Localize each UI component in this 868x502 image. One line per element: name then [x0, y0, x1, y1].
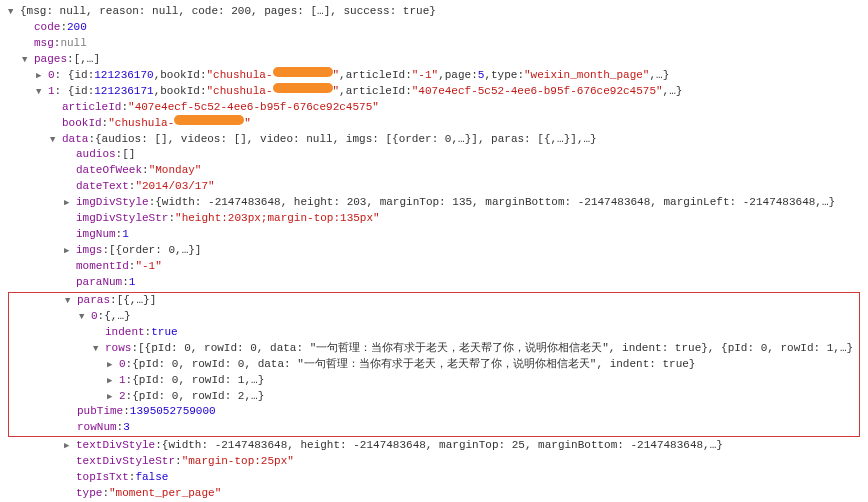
redacted-value — [273, 83, 333, 93]
prop-rowNum[interactable]: rowNum: 3 — [9, 420, 859, 436]
prop-rows[interactable]: rows: [{pId: 0, rowId: 0, data: "一句哲理：当你… — [9, 341, 859, 357]
prop-audios[interactable]: audios: [] — [8, 147, 860, 163]
pages-item-1[interactable]: 1: { id: 121236171, bookId: "chushula-",… — [8, 84, 860, 100]
prop-momentId[interactable]: momentId: "-1" — [8, 259, 860, 275]
toggle-icon[interactable] — [93, 343, 103, 356]
toggle-icon[interactable] — [36, 70, 46, 83]
prop-imgs[interactable]: imgs: [{order: 0,…}] — [8, 243, 860, 259]
prop-msg[interactable]: msg: null — [8, 36, 860, 52]
paras-item-0[interactable]: 0: {,…} — [9, 309, 859, 325]
prop-dateOfWeek[interactable]: dateOfWeek: "Monday" — [8, 163, 860, 179]
toggle-icon[interactable] — [64, 197, 74, 210]
toggle-icon[interactable] — [107, 391, 117, 404]
toggle-icon[interactable] — [107, 359, 117, 372]
prop-type[interactable]: type: "moment_per_page" — [8, 486, 860, 502]
prop-imgDivStyle[interactable]: imgDivStyle: {width: -2147483648, height… — [8, 195, 860, 211]
toggle-icon[interactable] — [107, 375, 117, 388]
prop-topIsTxt[interactable]: topIsTxt: false — [8, 470, 860, 486]
prop-paras[interactable]: paras: [{,…}] — [9, 293, 859, 309]
toggle-icon[interactable] — [64, 440, 74, 453]
prop-bookId[interactable]: bookId: "chushula-" — [8, 116, 860, 132]
prop-articleId[interactable]: articleId: "407e4ecf-5c52-4ee6-b95f-676c… — [8, 100, 860, 116]
toggle-icon[interactable] — [50, 134, 60, 147]
toggle-icon[interactable] — [8, 6, 18, 19]
prop-paraNum[interactable]: paraNum: 1 — [8, 275, 860, 291]
rows-item-0[interactable]: 0: {pId: 0, rowId: 0, data: "一句哲理：当你有求于老… — [9, 357, 859, 373]
prop-textDivStyleStr[interactable]: textDivStyleStr: "margin-top:25px" — [8, 454, 860, 470]
prop-pages[interactable]: pages: [,…] — [8, 52, 860, 68]
prop-textDivStyle[interactable]: textDivStyle: {width: -2147483648, heigh… — [8, 438, 860, 454]
toggle-icon[interactable] — [79, 311, 89, 324]
prop-pubTime[interactable]: pubTime: 1395052759000 — [9, 404, 859, 420]
rows-item-1[interactable]: 1: {pId: 0, rowId: 1,…} — [9, 373, 859, 389]
toggle-icon[interactable] — [36, 86, 46, 99]
prop-code[interactable]: code: 200 — [8, 20, 860, 36]
redacted-value — [174, 115, 244, 125]
pages-item-0[interactable]: 0: { id: 121236170, bookId: "chushula-",… — [8, 68, 860, 84]
toggle-icon[interactable] — [64, 245, 74, 258]
prop-data[interactable]: data: {audios: [], videos: [], video: nu… — [8, 132, 860, 148]
toggle-icon[interactable] — [22, 54, 32, 67]
highlighted-region: paras: [{,…}] 0: {,…} indent: true rows:… — [8, 292, 860, 437]
toggle-icon[interactable] — [65, 295, 75, 308]
prop-indent[interactable]: indent: true — [9, 325, 859, 341]
redacted-value — [273, 67, 333, 77]
json-root[interactable]: { msg: null, reason: null, code: 200, pa… — [8, 4, 860, 20]
prop-dateText[interactable]: dateText: "2014/03/17" — [8, 179, 860, 195]
rows-item-2[interactable]: 2: {pId: 0, rowId: 2,…} — [9, 389, 859, 405]
prop-imgNum[interactable]: imgNum: 1 — [8, 227, 860, 243]
prop-imgDivStyleStr[interactable]: imgDivStyleStr: "height:203px;margin-top… — [8, 211, 860, 227]
